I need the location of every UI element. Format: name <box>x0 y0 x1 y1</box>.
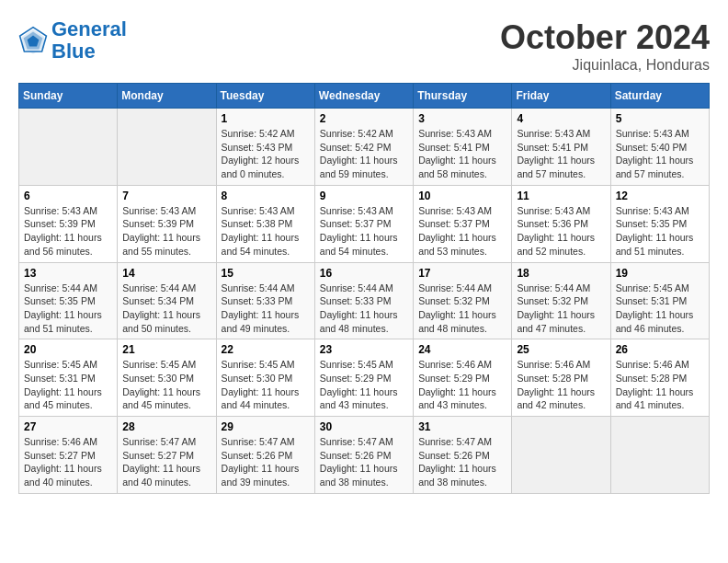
logo: General Blue <box>18 18 127 63</box>
calendar-cell: 24Sunrise: 5:46 AMSunset: 5:29 PMDayligh… <box>414 339 512 417</box>
calendar-cell <box>512 417 610 494</box>
calendar-cell: 23Sunrise: 5:45 AMSunset: 5:29 PMDayligh… <box>314 339 413 417</box>
calendar-week-1: 1Sunrise: 5:42 AMSunset: 5:43 PMDaylight… <box>19 109 710 186</box>
calendar-cell: 4Sunrise: 5:43 AMSunset: 5:41 PMDaylight… <box>512 109 610 186</box>
calendar-cell: 25Sunrise: 5:46 AMSunset: 5:28 PMDayligh… <box>512 339 610 417</box>
day-number: 29 <box>222 420 310 433</box>
calendar-cell: 13Sunrise: 5:44 AMSunset: 5:35 PMDayligh… <box>19 262 118 339</box>
day-number: 1 <box>222 112 310 125</box>
day-number: 11 <box>517 190 605 202</box>
page-title: October 2024 <box>500 18 710 57</box>
cell-content: Sunrise: 5:42 AMSunset: 5:42 PMDaylight:… <box>320 127 408 181</box>
day-number: 4 <box>517 112 605 125</box>
calendar-cell: 27Sunrise: 5:46 AMSunset: 5:27 PMDayligh… <box>19 417 118 494</box>
day-number: 17 <box>418 267 506 280</box>
calendar-cell: 7Sunrise: 5:43 AMSunset: 5:39 PMDaylight… <box>118 185 216 262</box>
calendar-cell: 18Sunrise: 5:44 AMSunset: 5:32 PMDayligh… <box>512 262 610 339</box>
col-header-tuesday: Tuesday <box>216 84 314 109</box>
cell-content: Sunrise: 5:46 AMSunset: 5:29 PMDaylight:… <box>418 358 506 412</box>
calendar-cell: 19Sunrise: 5:45 AMSunset: 5:31 PMDayligh… <box>610 262 709 339</box>
cell-content: Sunrise: 5:43 AMSunset: 5:39 PMDaylight:… <box>24 204 112 259</box>
cell-content: Sunrise: 5:45 AMSunset: 5:31 PMDaylight:… <box>24 358 112 412</box>
day-number: 26 <box>616 343 704 356</box>
page-header: General Blue October 2024 Jiquinlaca, Ho… <box>18 18 710 74</box>
day-number: 12 <box>616 190 704 202</box>
day-number: 8 <box>222 190 310 202</box>
calendar-table: SundayMondayTuesdayWednesdayThursdayFrid… <box>18 83 710 494</box>
calendar-cell: 8Sunrise: 5:43 AMSunset: 5:38 PMDaylight… <box>216 185 314 262</box>
cell-content: Sunrise: 5:45 AMSunset: 5:31 PMDaylight:… <box>616 282 704 336</box>
day-number: 28 <box>122 420 210 433</box>
calendar-cell <box>118 109 216 186</box>
calendar-cell <box>610 417 709 494</box>
cell-content: Sunrise: 5:44 AMSunset: 5:33 PMDaylight:… <box>320 282 408 336</box>
calendar-cell: 29Sunrise: 5:47 AMSunset: 5:26 PMDayligh… <box>216 417 314 494</box>
day-number: 15 <box>222 267 310 280</box>
col-header-saturday: Saturday <box>610 84 709 109</box>
calendar-cell: 1Sunrise: 5:42 AMSunset: 5:43 PMDaylight… <box>216 109 314 186</box>
calendar-cell: 30Sunrise: 5:47 AMSunset: 5:26 PMDayligh… <box>314 417 413 494</box>
calendar-cell: 5Sunrise: 5:43 AMSunset: 5:40 PMDaylight… <box>610 109 709 186</box>
day-number: 3 <box>418 112 506 125</box>
cell-content: Sunrise: 5:46 AMSunset: 5:27 PMDaylight:… <box>24 435 112 489</box>
cell-content: Sunrise: 5:47 AMSunset: 5:26 PMDaylight:… <box>222 435 310 489</box>
cell-content: Sunrise: 5:44 AMSunset: 5:35 PMDaylight:… <box>24 282 112 336</box>
calendar-cell: 22Sunrise: 5:45 AMSunset: 5:30 PMDayligh… <box>216 339 314 417</box>
calendar-cell: 14Sunrise: 5:44 AMSunset: 5:34 PMDayligh… <box>118 262 216 339</box>
day-number: 2 <box>320 112 408 125</box>
cell-content: Sunrise: 5:44 AMSunset: 5:32 PMDaylight:… <box>517 282 605 336</box>
calendar-cell: 31Sunrise: 5:47 AMSunset: 5:26 PMDayligh… <box>414 417 512 494</box>
calendar-cell: 16Sunrise: 5:44 AMSunset: 5:33 PMDayligh… <box>314 262 413 339</box>
col-header-sunday: Sunday <box>19 84 118 109</box>
calendar-week-5: 27Sunrise: 5:46 AMSunset: 5:27 PMDayligh… <box>19 417 710 494</box>
day-number: 9 <box>320 190 408 202</box>
calendar-cell: 15Sunrise: 5:44 AMSunset: 5:33 PMDayligh… <box>216 262 314 339</box>
calendar-cell: 9Sunrise: 5:43 AMSunset: 5:37 PMDaylight… <box>314 185 413 262</box>
calendar-week-2: 6Sunrise: 5:43 AMSunset: 5:39 PMDaylight… <box>19 185 710 262</box>
cell-content: Sunrise: 5:43 AMSunset: 5:41 PMDaylight:… <box>517 127 605 181</box>
day-number: 5 <box>616 112 704 125</box>
col-header-monday: Monday <box>118 84 216 109</box>
day-number: 24 <box>418 343 506 356</box>
cell-content: Sunrise: 5:43 AMSunset: 5:35 PMDaylight:… <box>616 204 704 259</box>
col-header-friday: Friday <box>512 84 610 109</box>
day-number: 25 <box>517 343 605 356</box>
cell-content: Sunrise: 5:47 AMSunset: 5:26 PMDaylight:… <box>418 435 506 489</box>
cell-content: Sunrise: 5:44 AMSunset: 5:33 PMDaylight:… <box>222 282 310 336</box>
cell-content: Sunrise: 5:43 AMSunset: 5:41 PMDaylight:… <box>418 127 506 181</box>
day-number: 6 <box>24 190 112 202</box>
col-header-thursday: Thursday <box>414 84 512 109</box>
day-number: 13 <box>24 267 112 280</box>
day-number: 27 <box>24 420 112 433</box>
page-subtitle: Jiquinlaca, Honduras <box>500 57 710 74</box>
calendar-cell: 10Sunrise: 5:43 AMSunset: 5:37 PMDayligh… <box>414 185 512 262</box>
day-number: 20 <box>24 343 112 356</box>
calendar-cell: 2Sunrise: 5:42 AMSunset: 5:42 PMDaylight… <box>314 109 413 186</box>
cell-content: Sunrise: 5:43 AMSunset: 5:39 PMDaylight:… <box>122 204 210 259</box>
calendar-cell: 3Sunrise: 5:43 AMSunset: 5:41 PMDaylight… <box>414 109 512 186</box>
day-number: 31 <box>418 420 506 433</box>
day-number: 19 <box>616 267 704 280</box>
cell-content: Sunrise: 5:47 AMSunset: 5:27 PMDaylight:… <box>122 435 210 489</box>
cell-content: Sunrise: 5:43 AMSunset: 5:40 PMDaylight:… <box>616 127 704 181</box>
cell-content: Sunrise: 5:46 AMSunset: 5:28 PMDaylight:… <box>616 358 704 412</box>
calendar-cell: 17Sunrise: 5:44 AMSunset: 5:32 PMDayligh… <box>414 262 512 339</box>
day-number: 16 <box>320 267 408 280</box>
day-number: 21 <box>122 343 210 356</box>
cell-content: Sunrise: 5:43 AMSunset: 5:38 PMDaylight:… <box>222 204 310 259</box>
calendar-cell: 26Sunrise: 5:46 AMSunset: 5:28 PMDayligh… <box>610 339 709 417</box>
calendar-cell: 11Sunrise: 5:43 AMSunset: 5:36 PMDayligh… <box>512 185 610 262</box>
cell-content: Sunrise: 5:43 AMSunset: 5:36 PMDaylight:… <box>517 204 605 259</box>
cell-content: Sunrise: 5:45 AMSunset: 5:29 PMDaylight:… <box>320 358 408 412</box>
calendar-week-4: 20Sunrise: 5:45 AMSunset: 5:31 PMDayligh… <box>19 339 710 417</box>
calendar-cell: 21Sunrise: 5:45 AMSunset: 5:30 PMDayligh… <box>118 339 216 417</box>
cell-content: Sunrise: 5:47 AMSunset: 5:26 PMDaylight:… <box>320 435 408 489</box>
calendar-cell: 6Sunrise: 5:43 AMSunset: 5:39 PMDaylight… <box>19 185 118 262</box>
logo-icon <box>18 26 48 55</box>
day-number: 18 <box>517 267 605 280</box>
title-block: October 2024 Jiquinlaca, Honduras <box>500 18 710 74</box>
cell-content: Sunrise: 5:45 AMSunset: 5:30 PMDaylight:… <box>122 358 210 412</box>
cell-content: Sunrise: 5:43 AMSunset: 5:37 PMDaylight:… <box>418 204 506 259</box>
cell-content: Sunrise: 5:45 AMSunset: 5:30 PMDaylight:… <box>222 358 310 412</box>
calendar-header-row: SundayMondayTuesdayWednesdayThursdayFrid… <box>19 84 710 109</box>
